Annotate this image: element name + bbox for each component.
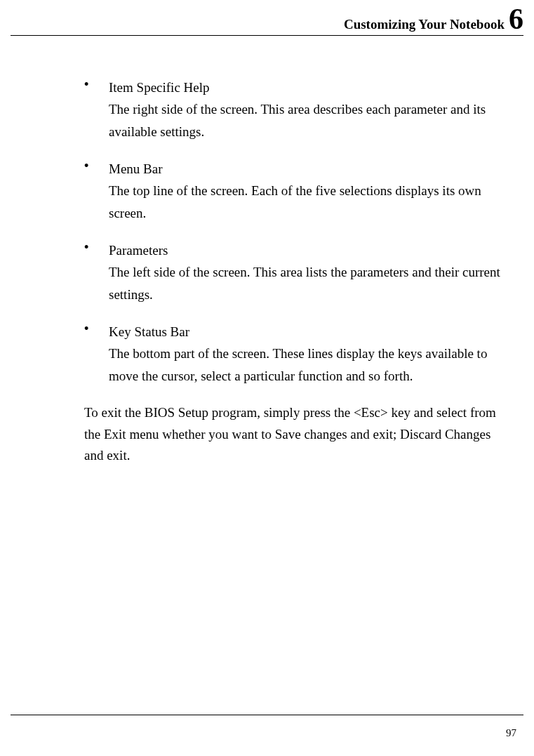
item-description: The right side of the screen. This area … [109, 98, 516, 142]
item-title: Menu Bar [109, 158, 516, 180]
page-footer: 97 [11, 715, 523, 756]
item-title: Key Status Bar [109, 321, 516, 343]
item-description: The bottom part of the screen. These lin… [109, 343, 516, 387]
list-item: Item Specific Help The right side of the… [109, 77, 523, 142]
item-title: Item Specific Help [109, 77, 516, 98]
item-description: The top line of the screen. Each of the … [109, 180, 516, 224]
header-title: Customizing Your Notebook [344, 17, 505, 32]
page-number: 97 [506, 727, 516, 738]
list-item: Key Status Bar The bottom part of the sc… [109, 321, 523, 387]
list-item: Parameters The left side of the screen. … [109, 239, 523, 305]
chapter-number: 6 [509, 4, 523, 34]
page-content: Item Specific Help The right side of the… [11, 36, 523, 715]
item-title: Parameters [109, 239, 516, 261]
item-description: The left side of the screen. This area l… [109, 261, 516, 305]
page-header: Customizing Your Notebook 6 [11, 0, 523, 36]
bullet-list: Item Specific Help The right side of the… [11, 77, 523, 387]
closing-paragraph: To exit the BIOS Setup program, simply p… [11, 402, 523, 466]
list-item: Menu Bar The top line of the screen. Eac… [109, 158, 523, 224]
